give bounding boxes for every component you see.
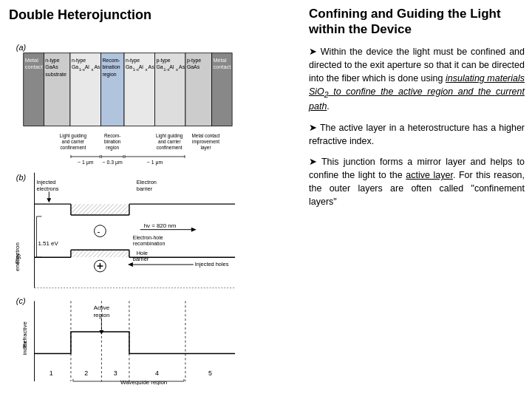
svg-rect-79 xyxy=(71,250,129,257)
svg-text:As: As xyxy=(149,64,155,69)
svg-text:hν = 820 nm: hν = 820 nm xyxy=(144,222,177,228)
svg-text:Metal contact: Metal contact xyxy=(192,133,220,138)
svg-text:substrate: substrate xyxy=(45,72,66,77)
sio2-text: insulating materials SiO2 to confine the… xyxy=(309,73,525,112)
svg-text:GaAs: GaAs xyxy=(45,64,58,69)
svg-text:contact: contact xyxy=(25,64,43,70)
svg-text:recombination: recombination xyxy=(133,241,166,246)
svg-text:GaAs: GaAs xyxy=(187,64,200,69)
bullet-3: ➤ This junction forms a mirror layer and… xyxy=(309,155,525,209)
svg-text:Metal: Metal xyxy=(213,56,226,63)
svg-text:3: 3 xyxy=(114,369,117,377)
svg-text:(c): (c) xyxy=(16,296,26,305)
svg-text:electrons: electrons xyxy=(37,185,59,192)
svg-text:confinement: confinement xyxy=(60,145,86,150)
bullet-2-symbol: ➤ xyxy=(309,123,317,133)
svg-text:layer: layer xyxy=(201,145,212,151)
svg-text:n-type: n-type xyxy=(72,57,86,63)
svg-text:-: - xyxy=(97,225,100,236)
svg-text:bination: bination xyxy=(102,64,120,69)
svg-text:Metal: Metal xyxy=(25,56,38,63)
svg-text:p-type: p-type xyxy=(187,57,201,63)
left-title: Double Heterojunction xyxy=(9,7,297,23)
svg-text:barrier: barrier xyxy=(137,185,153,192)
diagram-area: (a) Metal contact n-type GaAs substrate … xyxy=(9,29,297,393)
svg-text:Recom-: Recom- xyxy=(104,133,120,138)
svg-text:x: x xyxy=(146,67,148,72)
svg-text:~ 1 μm: ~ 1 μm xyxy=(78,159,94,165)
svg-text:p-type: p-type xyxy=(156,57,170,63)
bullet-2-text: ➤ The active layer in a heterostructure … xyxy=(309,121,525,148)
svg-text:Light guiding: Light guiding xyxy=(156,133,183,139)
svg-text:(b): (b) xyxy=(16,172,26,181)
svg-text:bination: bination xyxy=(104,139,121,144)
svg-text:5: 5 xyxy=(208,369,212,377)
svg-text:2: 2 xyxy=(84,369,88,377)
svg-text:index: index xyxy=(21,341,28,355)
svg-text:confinement: confinement xyxy=(157,145,183,150)
svg-text:Al: Al xyxy=(169,64,174,69)
svg-text:4: 4 xyxy=(155,369,159,377)
svg-text:barrier: barrier xyxy=(133,256,149,262)
bullet-2: ➤ The active layer in a heterostructure … xyxy=(309,121,525,148)
right-title: Confining and Guiding the Light within t… xyxy=(309,6,525,38)
svg-text:Ga: Ga xyxy=(126,64,132,69)
svg-text:x: x xyxy=(92,67,94,72)
bullet-1-symbol: ➤ xyxy=(309,47,317,57)
svg-text:Injected holes: Injected holes xyxy=(195,261,229,267)
svg-text:Active: Active xyxy=(94,304,110,311)
svg-text:n-type: n-type xyxy=(126,57,140,63)
bullet-1-text: ➤ Within the device the light must be co… xyxy=(309,45,525,114)
bullet-1: ➤ Within the device the light must be co… xyxy=(309,45,525,114)
svg-text:Light guiding: Light guiding xyxy=(60,133,87,139)
svg-text:region: region xyxy=(93,312,109,318)
bullet-3-text: ➤ This junction forms a mirror layer and… xyxy=(309,155,525,209)
bullet-3-symbol: ➤ xyxy=(309,157,317,167)
diagram-svg: (a) Metal contact n-type GaAs substrate … xyxy=(9,38,297,385)
svg-text:~ 1 μm: ~ 1 μm xyxy=(147,159,163,165)
svg-text:improvement: improvement xyxy=(192,139,219,145)
svg-text:n-type: n-type xyxy=(45,57,59,63)
main-container: Double Heterojunction (a) Metal contact … xyxy=(0,0,532,399)
svg-text:Recom-: Recom- xyxy=(102,57,120,62)
svg-text:energy: energy xyxy=(14,253,21,270)
svg-text:contact: contact xyxy=(213,64,231,70)
left-panel: Double Heterojunction (a) Metal contact … xyxy=(0,0,303,399)
svg-text:Al: Al xyxy=(85,64,90,69)
svg-rect-78 xyxy=(71,204,129,215)
svg-text:As: As xyxy=(95,64,101,69)
svg-text:Electron-hole: Electron-hole xyxy=(133,234,163,239)
svg-text:and carrier: and carrier xyxy=(158,139,181,144)
svg-text:1.51 eV: 1.51 eV xyxy=(38,240,58,247)
svg-text:region: region xyxy=(102,72,116,78)
svg-text:As: As xyxy=(179,64,185,69)
right-panel: Confining and Guiding the Light within t… xyxy=(303,0,532,399)
svg-text:Waveguide region: Waveguide region xyxy=(120,379,167,385)
svg-text:Al: Al xyxy=(139,64,144,69)
svg-text:Ga: Ga xyxy=(156,64,163,69)
active-layer-text: active layer xyxy=(406,170,453,180)
svg-text:1: 1 xyxy=(50,369,53,377)
svg-text:Injected: Injected xyxy=(37,179,56,185)
svg-text:(a): (a) xyxy=(16,42,26,51)
svg-text:region: region xyxy=(106,145,119,151)
svg-text:~ 0.3 μm: ~ 0.3 μm xyxy=(103,159,123,165)
svg-text:Electron: Electron xyxy=(137,179,157,185)
svg-text:and carrier: and carrier xyxy=(62,139,85,144)
svg-text:Ga: Ga xyxy=(72,64,78,69)
svg-text:x: x xyxy=(176,67,178,72)
